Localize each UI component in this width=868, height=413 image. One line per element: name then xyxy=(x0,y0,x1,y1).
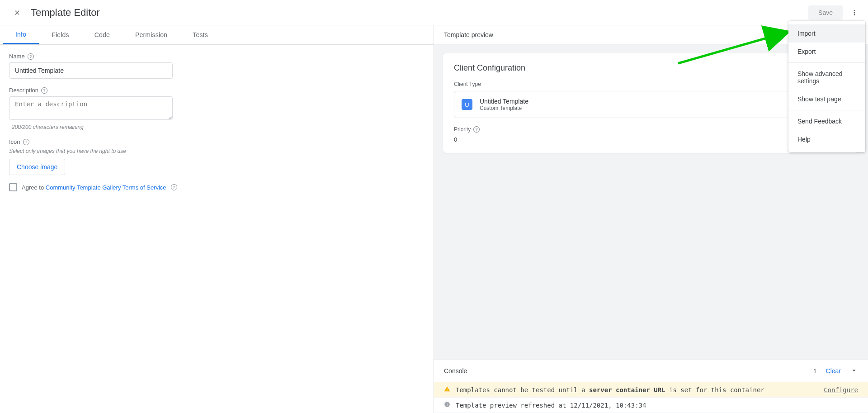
console-panel: Console 1 Clear Templates cannot be t xyxy=(434,360,868,413)
menu-import[interactable]: Import xyxy=(788,24,865,43)
console-title: Console xyxy=(444,367,467,375)
save-button[interactable]: Save xyxy=(808,5,843,20)
editor-tabs: Info Fields Code Permission Tests xyxy=(0,25,434,45)
help-icon[interactable]: ? xyxy=(23,139,29,145)
template-name: Untitled Template xyxy=(480,98,528,105)
more-vertical-icon xyxy=(850,9,859,17)
name-input[interactable] xyxy=(9,62,173,79)
close-button[interactable] xyxy=(11,6,24,19)
more-menu-dropdown: Import Export Show advanced settings Sho… xyxy=(788,21,865,152)
help-icon[interactable]: ? xyxy=(41,87,47,94)
icon-label: Icon xyxy=(9,138,20,145)
choose-image-button[interactable]: Choose image xyxy=(9,159,65,175)
tab-fields[interactable]: Fields xyxy=(39,25,82,44)
configure-link[interactable]: Configure xyxy=(824,386,858,394)
menu-separator xyxy=(788,110,865,110)
page-title: Template Editor xyxy=(31,7,100,19)
menu-help[interactable]: Help xyxy=(788,130,865,148)
info-icon xyxy=(444,401,450,409)
agree-text: Agree to Community Template Gallery Term… xyxy=(22,184,166,191)
more-menu-button[interactable] xyxy=(846,5,863,21)
template-type: Custom Template xyxy=(480,105,528,111)
tab-tests[interactable]: Tests xyxy=(180,25,221,44)
console-warning-row: Templates cannot be tested until a serve… xyxy=(434,382,868,397)
warn-post: is set for this container xyxy=(665,386,764,394)
close-icon xyxy=(14,9,21,16)
editor-header: Template Editor Save xyxy=(0,0,868,25)
client-type-label: Client Type xyxy=(454,81,481,87)
menu-show-test-page[interactable]: Show test page xyxy=(788,90,865,108)
menu-separator xyxy=(788,62,865,63)
description-label: Description xyxy=(9,87,38,94)
tab-permission[interactable]: Permission xyxy=(123,25,180,44)
priority-label: Priority xyxy=(454,126,471,133)
console-info-text: Template preview refreshed at 12/11/2021… xyxy=(456,402,646,409)
warning-icon xyxy=(444,386,450,394)
template-badge: U xyxy=(462,99,472,110)
help-icon[interactable]: ? xyxy=(473,126,480,133)
chevron-down-icon[interactable] xyxy=(850,366,858,376)
agree-checkbox[interactable] xyxy=(9,183,17,191)
help-icon[interactable]: ? xyxy=(171,184,177,190)
name-label: Name xyxy=(9,53,25,60)
menu-send-feedback[interactable]: Send Feedback xyxy=(788,112,865,130)
warn-pre: Templates cannot be tested until a xyxy=(456,386,589,394)
menu-export[interactable]: Export xyxy=(788,43,865,61)
description-input[interactable] xyxy=(9,96,173,120)
console-warning-text: Templates cannot be tested until a serve… xyxy=(456,386,764,394)
clear-button[interactable]: Clear xyxy=(826,367,841,375)
tab-code[interactable]: Code xyxy=(82,25,123,44)
warn-bold: server container URL xyxy=(589,386,665,394)
tab-info[interactable]: Info xyxy=(3,25,39,44)
terms-link[interactable]: Community Template Gallery Terms of Serv… xyxy=(46,184,166,191)
help-icon[interactable]: ? xyxy=(28,53,34,60)
icon-hint: Select only images that you have the rig… xyxy=(9,148,425,154)
console-count: 1 xyxy=(813,367,817,375)
description-hint: 200/200 characters remaining xyxy=(12,124,425,130)
agree-prefix: Agree to xyxy=(22,184,46,191)
console-info-row: Template preview refreshed at 12/11/2021… xyxy=(434,397,868,413)
menu-show-advanced[interactable]: Show advanced settings xyxy=(788,65,865,90)
